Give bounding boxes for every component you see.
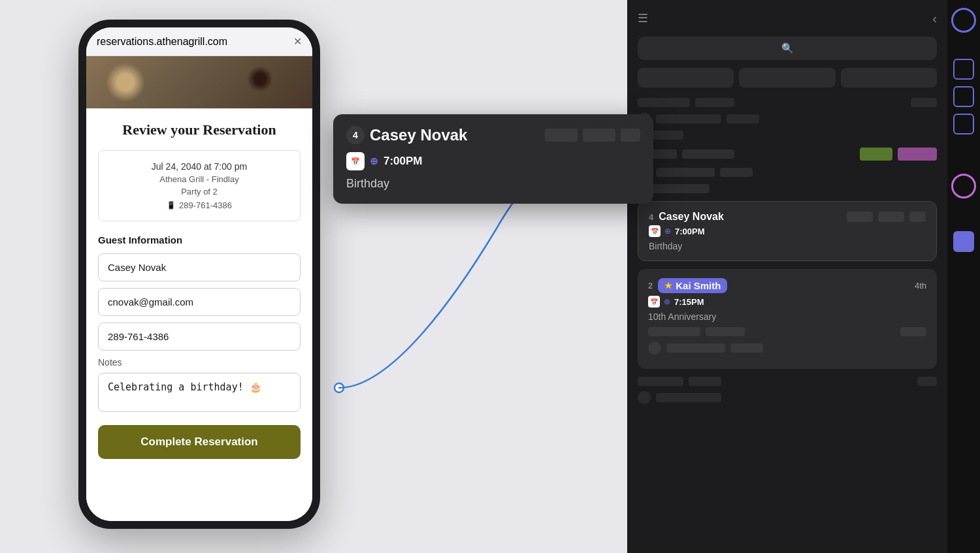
- ph-rect-1: [638, 98, 690, 107]
- svg-point-0: [335, 383, 344, 392]
- review-title: Review your Reservation: [98, 121, 301, 138]
- left-panel: reservations.athenagrill.com ✕ Review yo…: [0, 0, 627, 553]
- ph-bottom-3: [917, 377, 937, 386]
- casey-ph-3: [909, 212, 926, 222]
- tooltip-time: 7:00PM: [384, 155, 423, 168]
- filter-tab-3[interactable]: [841, 68, 937, 87]
- phone-content: Review your Reservation Jul 24, 2040 at …: [86, 108, 312, 521]
- casey-ph-1: [847, 212, 873, 222]
- ph-rect-3: [911, 98, 937, 107]
- tooltip-occasion: Birthday: [346, 177, 640, 191]
- kai-nth-label: 4th: [915, 281, 926, 291]
- kai-plus-icon: ⊕: [664, 297, 670, 306]
- accent-rect-3: [953, 114, 974, 134]
- casey-party-count: 4: [649, 212, 653, 222]
- back-icon[interactable]: ‹: [932, 11, 937, 26]
- accent-circle-1: [951, 8, 976, 33]
- res-location: Athena Grill - Findlay: [109, 174, 289, 184]
- app-main: ☰ ‹ 🔍: [627, 0, 947, 553]
- calendar-icon: 📅: [346, 152, 365, 170]
- meta-block-1: [545, 129, 578, 142]
- right-panel: ☰ ‹ 🔍: [627, 0, 980, 553]
- browser-url: reservations.athenagrill.com: [97, 36, 227, 48]
- casey-cal-icon: 📅: [649, 225, 661, 237]
- kai-ph-1: [648, 327, 700, 336]
- kai-ph-2: [706, 327, 745, 336]
- kai-ph-row-2: [648, 341, 926, 355]
- kai-ph-row-1: [648, 327, 926, 336]
- ph-bottom-2: [689, 377, 721, 386]
- casey-time: 7:00PM: [675, 227, 705, 236]
- accent-purple-rect: [953, 231, 974, 252]
- kai-smith-card[interactable]: 2 ★ Kai Smith 4th 📅 ⊕ 7:15PM 10th Annive…: [638, 269, 937, 369]
- casey-plus-icon: ⊕: [664, 227, 671, 236]
- hero-image: [86, 56, 312, 108]
- star-icon: ★: [664, 281, 672, 291]
- kai-ph-4: [666, 343, 725, 353]
- add-time-icon: ⊕: [370, 155, 378, 167]
- filter-tab-2[interactable]: [739, 68, 835, 87]
- kai-occasion: 10th Anniversary: [648, 311, 926, 322]
- ph-rect-2: [695, 98, 734, 107]
- close-icon[interactable]: ✕: [293, 35, 302, 48]
- res-datetime: Jul 24, 2040 at 7:00 pm: [109, 161, 289, 172]
- tooltip-meta: [545, 129, 640, 142]
- ph-rect-5: [727, 114, 759, 123]
- ph-rect-10: [720, 168, 753, 177]
- guest-name-input[interactable]: [98, 253, 301, 281]
- kai-time-row: 📅 ⊕ 7:15PM: [648, 296, 926, 308]
- filter-tabs: [627, 68, 947, 87]
- blurred-bottom-section: [638, 377, 937, 404]
- ph-bottom-1: [638, 377, 683, 386]
- res-party: Party of 2: [109, 187, 289, 197]
- menu-icon[interactable]: ☰: [638, 11, 648, 25]
- accent-panel: [947, 0, 980, 553]
- phone-frame: reservations.athenagrill.com ✕ Review yo…: [78, 20, 320, 529]
- blurred-tags-section: [638, 148, 937, 193]
- search-bar[interactable]: 🔍: [638, 37, 937, 60]
- guest-info-label: Guest Information: [98, 234, 301, 245]
- filter-tab-1[interactable]: [638, 68, 734, 87]
- meta-block-3: [621, 129, 640, 142]
- casey-ph-2: [878, 212, 904, 222]
- kai-card-header: 2 ★ Kai Smith 4th: [648, 278, 926, 293]
- party-badge: 4: [346, 126, 365, 144]
- guest-email-input[interactable]: [98, 288, 301, 316]
- kai-card-name: Kai Smith: [676, 280, 721, 291]
- kai-name-badge: ★ Kai Smith: [658, 278, 727, 293]
- tooltip-name: Casey Novak: [370, 126, 540, 144]
- green-status-tag: [860, 148, 892, 161]
- pink-status-tag: [898, 148, 937, 161]
- tooltip-card: 4 Casey Novak 📅 ⊕ 7:00PM Birthday: [333, 114, 653, 204]
- app-header: ☰ ‹: [627, 0, 947, 37]
- accent-rect-1: [953, 59, 974, 80]
- casey-novak-card[interactable]: 4 Casey Novak 📅 ⊕ 7:00PM Birthday: [638, 201, 937, 261]
- casey-card-header: 4 Casey Novak: [649, 211, 926, 223]
- tooltip-header: 4 Casey Novak: [346, 126, 640, 144]
- ph-rect-4: [656, 114, 721, 123]
- casey-occasion: Birthday: [649, 241, 926, 251]
- kai-cal-icon: 📅: [648, 296, 660, 308]
- casey-card-name: Casey Novak: [659, 211, 841, 223]
- res-phone: 📱 289-761-4386: [109, 200, 289, 210]
- kai-ph-5: [730, 343, 763, 353]
- kai-time: 7:15PM: [674, 297, 704, 307]
- notes-input[interactable]: Celebrating a birthday! 🎂: [98, 373, 301, 412]
- phone-icon: 📱: [167, 201, 176, 210]
- guest-phone-input[interactable]: [98, 323, 301, 351]
- kai-ph-circle: [648, 341, 661, 355]
- complete-reservation-button[interactable]: Complete Reservation: [98, 425, 301, 459]
- browser-bar: reservations.athenagrill.com ✕: [86, 27, 312, 56]
- accent-rect-2: [953, 86, 974, 107]
- reservations-list: 4 Casey Novak 📅 ⊕ 7:00PM Birthday 2: [627, 98, 947, 553]
- ph-bottom-4: [656, 393, 721, 402]
- notes-label: Notes: [98, 357, 301, 368]
- reservation-info-box: Jul 24, 2040 at 7:00 pm Athena Grill - F…: [98, 150, 301, 221]
- ph-bottom-circle: [638, 391, 651, 404]
- kai-party-count: 2: [648, 281, 653, 291]
- search-icon: 🔍: [781, 42, 794, 54]
- tooltip-time-row: 📅 ⊕ 7:00PM: [346, 152, 640, 170]
- meta-block-2: [583, 129, 615, 142]
- phone-screen: reservations.athenagrill.com ✕ Review yo…: [86, 27, 312, 521]
- ph-rect-9: [656, 168, 715, 177]
